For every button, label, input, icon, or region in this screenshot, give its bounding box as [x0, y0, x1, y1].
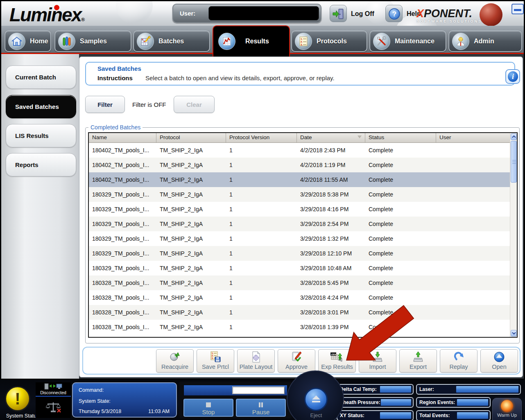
delta-cal-temp-field: Delta Cal Temp:	[337, 384, 414, 395]
filter-status-text: Filter is OFF	[132, 101, 166, 108]
replay-button[interactable]: Replay	[440, 349, 477, 373]
laser-field: Laser:	[416, 384, 521, 395]
export-button[interactable]: Export	[399, 349, 437, 373]
logoff-button[interactable]	[330, 5, 347, 22]
connection-status: Disconnected	[36, 382, 71, 395]
sidebar-item-reports[interactable]: Reports	[6, 153, 76, 176]
time-text: 11:03 AM	[148, 409, 170, 414]
command-panel: Command: System State: Thursday 5/3/2018…	[72, 382, 177, 418]
tab-batches[interactable]: Batches	[133, 30, 210, 52]
scrollbar-up-arrow-icon[interactable]	[511, 133, 517, 140]
table-header-row: Name Protocol Protocol Version Date Stat…	[89, 133, 517, 143]
open-button[interactable]: Open	[480, 349, 518, 373]
xponent-sphere	[480, 3, 502, 26]
tab-results-active[interactable]: Results	[213, 25, 290, 56]
sidebar-item-lis-results[interactable]: LIS Results	[6, 124, 76, 147]
table-row[interactable]: 180329_TM_pools_I... TM_SHIP_2_IgA 1 3/2…	[89, 231, 517, 246]
table-row[interactable]: 180328_TM_pools_I... TM_SHIP_2_IgA 1 3/2…	[89, 320, 517, 334]
column-header-status[interactable]: Status	[365, 133, 436, 142]
export-results-csv-icon: .csv	[319, 350, 355, 364]
warmup-sun-icon	[501, 400, 513, 412]
instructions-text: Select a batch to open and view its deta…	[145, 75, 335, 81]
tab-admin[interactable]: Admin	[448, 30, 522, 52]
scrollbar-thumb[interactable]	[511, 141, 517, 183]
svg-text:?: ?	[392, 10, 396, 18]
tab-samples[interactable]: Samples	[54, 30, 131, 52]
connection-panel: Disconnected	[36, 382, 71, 418]
export-results-button[interactable]: .csv Exp Results	[318, 349, 356, 373]
system-status-button[interactable]: !	[5, 386, 30, 411]
column-header-protocol[interactable]: Protocol	[156, 133, 226, 142]
progress-value-box	[232, 386, 285, 394]
tab-protocols[interactable]: 1.2.3. Protocols	[291, 30, 367, 52]
warmup-button[interactable]: Warm Up	[492, 398, 522, 420]
luminex-logo: Luminex®	[9, 4, 84, 26]
tab-maintenance[interactable]: Maintenance	[369, 30, 446, 52]
column-header-date[interactable]: Date	[297, 133, 365, 142]
home-icon	[8, 33, 25, 50]
minimize-icon	[514, 9, 521, 11]
command-label: Command:	[79, 387, 104, 393]
vertical-scrollbar[interactable]	[510, 133, 517, 337]
stop-icon	[184, 402, 233, 408]
eject-button[interactable]	[304, 388, 328, 411]
table-body: 180402_TM_pools_I... TM_SHIP_2_IgA 1 4/2…	[89, 143, 517, 334]
reacquire-button[interactable]: Reacquire	[156, 349, 194, 373]
table-row[interactable]: 180328_TM_pools_I... TM_SHIP_2_IgA 1 3/2…	[89, 290, 517, 305]
svg-text:1.: 1.	[301, 38, 303, 40]
eject-icon	[311, 395, 321, 404]
table-row[interactable]: 180329_TM_pools_I... TM_SHIP_2_IgA 1 3/2…	[89, 202, 517, 217]
xponent-logo: XPONENT. SOFTWARE SOLUTIONS	[416, 7, 482, 23]
approve-button[interactable]: Approve	[278, 349, 315, 373]
instructions-box: Saved Batches Instructions Select a batc…	[85, 62, 515, 86]
clear-button[interactable]: Clear	[174, 96, 215, 113]
header-band: Luminex® User: Log Off ? Help	[1, 1, 524, 26]
help-question-icon: ?	[388, 7, 401, 20]
table-row[interactable]: 180329_TM_pools_I... TM_SHIP_2_IgA 1 3/2…	[89, 246, 517, 261]
table-row[interactable]: 180328_TM_pools_I... TM_SHIP_2_IgA 1 3/2…	[89, 275, 517, 290]
column-header-user[interactable]: User	[436, 133, 517, 142]
svg-text:3.: 3.	[212, 357, 214, 359]
minimize-button[interactable]	[511, 4, 524, 14]
column-header-protocol-version[interactable]: Protocol Version	[226, 133, 297, 142]
app-window: Luminex® User: Log Off ? Help	[0, 0, 525, 420]
system-state-label: System State:	[79, 398, 111, 404]
column-header-name[interactable]: Name	[89, 133, 156, 142]
stop-button[interactable]: Stop	[183, 399, 233, 417]
help-button[interactable]: ?	[385, 5, 403, 22]
results-chart-icon	[218, 33, 235, 50]
table-row[interactable]: 180328_TM_pools_I... TM_SHIP_2_IgA 1 3/2…	[89, 305, 517, 320]
sidebar: Current Batch Saved Batches LIS Results …	[1, 54, 79, 379]
table-row[interactable]: 180329_TM_pools_I... TM_SHIP_2_IgA 1 3/2…	[89, 217, 517, 231]
luminex-logo-dot	[54, 5, 59, 10]
main-panel: Saved Batches Instructions Select a batc…	[79, 56, 523, 377]
connection-label: Disconnected	[36, 390, 71, 395]
pause-button[interactable]: Pause	[236, 399, 286, 417]
sidebar-item-current-batch[interactable]: Current Batch	[6, 65, 76, 89]
run-controls-panel: Stop Pause	[179, 382, 292, 418]
svg-text:2.: 2.	[301, 41, 303, 43]
table-row[interactable]: 180402_TM_pools_I... TM_SHIP_2_IgA 1 4/2…	[89, 143, 517, 158]
logoff-label[interactable]: Log Off	[351, 10, 374, 18]
warning-exclamation-icon: !	[15, 390, 20, 408]
plate-layout-button[interactable]: Plate Layout	[237, 349, 275, 373]
save-protocol-button[interactable]: 1.2.3. Save Prtcl	[197, 349, 234, 373]
table-row[interactable]: 180329_TM_pools_I... TM_SHIP_2_IgA 1 3/2…	[89, 187, 517, 202]
instructions-label: Instructions	[97, 75, 133, 81]
tab-home[interactable]: Home	[5, 30, 51, 52]
scrollbar-down-arrow-icon[interactable]	[511, 330, 517, 336]
table-row[interactable]: 180402_TM_pools_I... TM_SHIP_2_IgA 1 4/2…	[89, 172, 517, 187]
decorative-bubble	[116, 1, 153, 24]
calibration-scales-icon[interactable]	[36, 397, 71, 418]
admin-icon	[452, 33, 469, 50]
sidebar-item-saved-batches[interactable]: Saved Batches	[6, 95, 76, 118]
filter-button[interactable]: Filter	[85, 96, 125, 113]
batches-icon	[137, 33, 154, 50]
user-input[interactable]	[208, 6, 319, 20]
table-row[interactable]: 180329_TM_pools_I... TM_SHIP_2_IgA 1 3/2…	[89, 261, 517, 275]
info-button[interactable]: i	[505, 69, 520, 84]
table-row[interactable]: 180402_TM_pools_I... TM_SHIP_2_IgA 1 4/2…	[89, 158, 517, 172]
batches-table: Name Protocol Protocol Version Date Stat…	[88, 132, 518, 338]
import-button[interactable]: Import	[359, 349, 396, 373]
open-icon	[481, 350, 518, 364]
